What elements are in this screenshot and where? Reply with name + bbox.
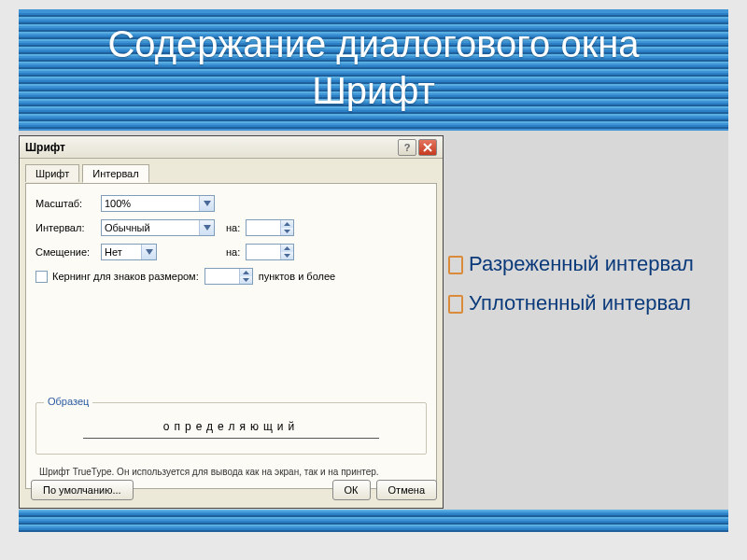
scale-label: Масштаб: <box>35 198 101 209</box>
interval-input[interactable] <box>102 222 199 233</box>
offset-na-spinner[interactable] <box>246 244 294 260</box>
chevron-down-icon[interactable] <box>199 220 214 235</box>
spin-up-icon[interactable] <box>280 245 293 252</box>
kerning-checkbox[interactable]: Кернинг для знаков размером: <box>35 271 199 283</box>
kerning-suffix: пунктов и более <box>259 271 335 282</box>
bullet-item: Уплотненный интервал <box>448 291 747 315</box>
scale-input[interactable] <box>102 198 199 209</box>
dialog-titlebar[interactable]: Шрифт ? <box>20 136 443 159</box>
spin-down-icon[interactable] <box>280 228 293 235</box>
default-button[interactable]: По умолчанию... <box>31 480 134 500</box>
font-hint: Шрифт TrueType. Он используется для выво… <box>39 467 379 477</box>
help-button[interactable]: ? <box>398 139 416 156</box>
scale-combo[interactable] <box>101 195 215 212</box>
interval-combo[interactable] <box>101 219 215 236</box>
kerning-label: Кернинг для знаков размером: <box>52 271 199 282</box>
font-dialog: Шрифт ? Шрифт Интервал Масштаб: Интервал… <box>19 135 444 509</box>
offset-label: Смещение: <box>35 246 101 258</box>
checkbox-icon <box>35 271 48 283</box>
sample-text: определяющий <box>83 420 379 439</box>
spin-up-icon[interactable] <box>280 220 293 228</box>
offset-na-label: на: <box>226 246 240 258</box>
sample-fieldset: Образец определяющий <box>35 402 427 455</box>
kerning-size-input[interactable] <box>205 269 239 284</box>
interval-na-label: на: <box>226 222 240 233</box>
tabstrip: Шрифт Интервал <box>20 159 443 183</box>
chevron-down-icon[interactable] <box>141 245 156 259</box>
chevron-down-icon[interactable] <box>199 196 214 211</box>
offset-combo[interactable] <box>101 244 157 260</box>
spin-down-icon[interactable] <box>280 252 293 259</box>
bullet-list: Разреженный интервал Уплотненный интерва… <box>448 252 747 330</box>
ok-button[interactable]: ОК <box>332 480 371 500</box>
dialog-title: Шрифт <box>25 141 65 154</box>
kerning-size-spinner[interactable] <box>204 268 253 285</box>
offset-input[interactable] <box>102 246 141 258</box>
close-icon <box>423 143 432 152</box>
spin-up-icon[interactable] <box>239 269 252 276</box>
bullet-item: Разреженный интервал <box>448 252 747 276</box>
sample-legend: Образец <box>44 396 92 407</box>
spin-down-icon[interactable] <box>239 276 252 284</box>
close-button[interactable] <box>418 139 437 156</box>
tab-interval[interactable]: Интервал <box>82 164 148 183</box>
tab-panel-interval: Масштаб: Интервал: на: <box>25 183 437 489</box>
decorative-band <box>19 510 728 532</box>
tab-font[interactable]: Шрифт <box>25 164 79 182</box>
interval-na-spinner[interactable] <box>246 219 294 236</box>
interval-na-input[interactable] <box>247 220 280 235</box>
offset-na-input[interactable] <box>247 245 280 259</box>
interval-label: Интервал: <box>35 222 101 233</box>
cancel-button[interactable]: Отмена <box>376 480 437 500</box>
slide-title: Содержание диалогового окна Шрифт <box>19 21 728 114</box>
